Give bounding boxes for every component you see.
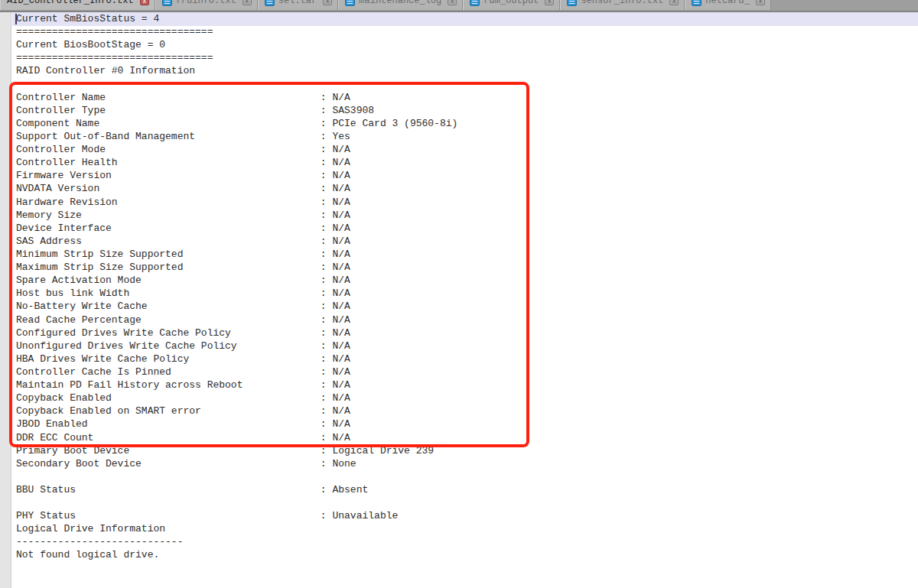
tab-label: sel.tar bbox=[278, 0, 317, 6]
tabs-row: AID_Controller_Info.txtxfruinfo.txtxsel.… bbox=[0, 0, 771, 10]
file-icon bbox=[345, 0, 355, 6]
editor-line[interactable]: Current SmBiosStatus = 4 bbox=[16, 12, 918, 25]
editor-line-kv[interactable]: Controller Mode : N/A bbox=[16, 143, 918, 156]
editor-text-area[interactable]: Current SmBiosStatus = 4================… bbox=[16, 12, 918, 562]
tab-label: sensor_info.txt bbox=[581, 0, 663, 6]
editor-line[interactable] bbox=[16, 496, 918, 509]
file-icon bbox=[162, 0, 172, 6]
editor-line-kv[interactable]: Configured Drives Write Cache Policy : N… bbox=[16, 326, 918, 339]
editor-line-kv[interactable]: DDR ECC Count : N/A bbox=[16, 431, 918, 444]
editor-line-kv[interactable]: Controller Name : N/A bbox=[16, 91, 918, 104]
close-icon[interactable]: x bbox=[448, 0, 457, 5]
editor-line[interactable]: RAID Controller #0 Information bbox=[16, 64, 918, 77]
file-icon bbox=[567, 0, 577, 6]
editor-line-kv[interactable]: Component Name : PCIe Card 3 (9560-8i) bbox=[16, 117, 918, 130]
close-icon[interactable]: x bbox=[756, 0, 765, 5]
editor-line-kv[interactable]: Controller Type : SAS3908 bbox=[16, 104, 918, 117]
editor-line-kv[interactable]: Controller Health : N/A bbox=[16, 156, 918, 169]
editor-line-kv[interactable]: Copyback Enabled on SMART error : N/A bbox=[16, 404, 918, 417]
editor-line[interactable] bbox=[16, 78, 918, 91]
editor-line-kv[interactable]: Minimum Strip Size Supported : N/A bbox=[16, 248, 918, 261]
editor-line-kv[interactable]: Support Out-of-Band Management : Yes bbox=[16, 130, 918, 143]
file-icon bbox=[265, 0, 275, 6]
tab-label: AID_Controller_Info.txt bbox=[7, 0, 134, 6]
editor-line-kv[interactable]: HBA Drives Write Cache Policy : N/A bbox=[16, 352, 918, 365]
tab-bar: AID_Controller_Info.txtxfruinfo.txtxsel.… bbox=[0, 0, 918, 12]
tab-label: netcard_ bbox=[705, 0, 750, 6]
editor-line-kv[interactable]: Maintain PD Fail History across Reboot :… bbox=[16, 378, 918, 391]
tab-label: maintenance_log bbox=[359, 0, 441, 6]
editor-line[interactable]: Logical Drive Information bbox=[16, 522, 918, 535]
editor-line-kv[interactable]: Spare Activation Mode : N/A bbox=[16, 274, 918, 287]
close-icon[interactable]: x bbox=[323, 0, 332, 5]
tab-sensor-info-txt[interactable]: sensor_info.txtx bbox=[560, 0, 685, 10]
tab-rdm-output[interactable]: rdm_outputx bbox=[463, 0, 560, 10]
editor-pane[interactable]: Current SmBiosStatus = 4================… bbox=[0, 12, 918, 588]
tab-fruinfo-txt[interactable]: fruinfo.txtx bbox=[155, 0, 258, 10]
editor-line-kv[interactable]: SAS Address : N/A bbox=[16, 235, 918, 248]
editor-line[interactable]: ---------------------------- bbox=[16, 535, 918, 548]
editor-line[interactable]: Not found logical drive. bbox=[16, 548, 918, 561]
editor-line-kv[interactable]: Host bus link Width : N/A bbox=[16, 287, 918, 300]
editor-line-kv[interactable]: BBU Status : Absent bbox=[16, 483, 918, 496]
editor-line-kv[interactable]: No-Battery Write Cache : N/A bbox=[16, 300, 918, 313]
editor-line-kv[interactable]: Controller Cache Is Pinned : N/A bbox=[16, 365, 918, 378]
editor-line-kv[interactable]: Device Interface : N/A bbox=[16, 222, 918, 235]
editor-line-kv[interactable]: Maximum Strip Size Supported : N/A bbox=[16, 261, 918, 274]
editor-line-kv[interactable]: Firmware Version : N/A bbox=[16, 169, 918, 182]
editor-line[interactable]: Current BiosBootStage = 0 bbox=[16, 38, 918, 51]
editor-bookmark-margin bbox=[0, 12, 11, 588]
app-window: AID_Controller_Info.txtxfruinfo.txtxsel.… bbox=[0, 0, 918, 588]
editor-line-kv[interactable]: Read Cache Percentage : N/A bbox=[16, 313, 918, 326]
tab-label: fruinfo.txt bbox=[176, 0, 236, 6]
file-icon bbox=[470, 0, 480, 6]
editor-line-kv[interactable]: Memory Size : N/A bbox=[16, 209, 918, 222]
editor-line-kv[interactable]: Secondary Boot Device : None bbox=[16, 457, 918, 470]
tab-maintenance-log[interactable]: maintenance_logx bbox=[338, 0, 463, 10]
editor-line[interactable]: ================================= bbox=[16, 51, 918, 64]
editor-line[interactable]: ================================= bbox=[16, 25, 918, 38]
close-icon[interactable]: x bbox=[545, 0, 554, 5]
tab-label: rdm_output bbox=[483, 0, 539, 6]
tab-netcard-[interactable]: netcard_x bbox=[685, 0, 771, 10]
tab-sel-tar[interactable]: sel.tarx bbox=[258, 0, 338, 10]
tab-aid-controller-info-txt[interactable]: AID_Controller_Info.txtx bbox=[0, 0, 155, 10]
editor-line-kv[interactable]: NVDATA Version : N/A bbox=[16, 182, 918, 195]
editor-line[interactable] bbox=[16, 470, 918, 483]
close-icon[interactable]: x bbox=[140, 0, 149, 5]
close-icon[interactable]: x bbox=[243, 0, 252, 5]
file-icon bbox=[692, 0, 702, 6]
editor-line-kv[interactable]: Unonfigured Drives Write Cache Policy : … bbox=[16, 339, 918, 352]
editor-line-kv[interactable]: Primary Boot Device : Logical Drive 239 bbox=[16, 444, 918, 457]
close-icon[interactable]: x bbox=[669, 0, 679, 5]
editor-line-kv[interactable]: JBOD Enabled : N/A bbox=[16, 417, 918, 430]
editor-line-kv[interactable]: PHY Status : Unavailable bbox=[16, 509, 918, 522]
editor-line-kv[interactable]: Hardware Revision : N/A bbox=[16, 196, 918, 209]
editor-line-kv[interactable]: Copyback Enabled : N/A bbox=[16, 391, 918, 404]
